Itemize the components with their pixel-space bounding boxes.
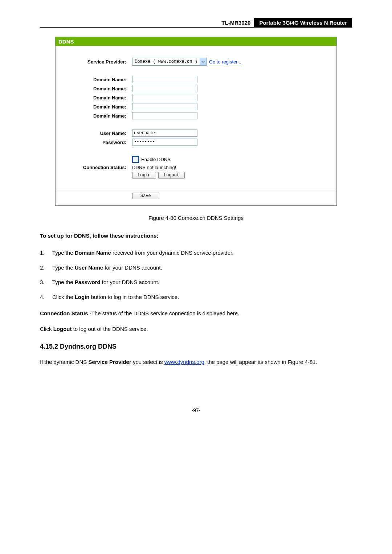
domain-name-input-5[interactable]: [132, 112, 197, 119]
section-heading: 4.15.2 Dyndns.org DDNS: [40, 343, 352, 350]
enable-ddns-label: Enable DDNS: [141, 157, 171, 162]
enable-ddns-checkbox[interactable]: [132, 156, 139, 163]
label-service-provider: Service Provider:: [56, 59, 132, 65]
list-item: 3. Type the Password for your DDNS accou…: [40, 278, 352, 287]
list-item: 4. Click the Login button to log in to t…: [40, 293, 352, 301]
domain-name-input-3[interactable]: [132, 94, 197, 101]
save-button[interactable]: Save: [132, 193, 159, 199]
list-item: 1. Type the Domain Name received from yo…: [40, 249, 352, 257]
instructions-heading: To set up for DDNS, follow these instruc…: [40, 233, 352, 239]
service-provider-select[interactable]: Comexe ( www.comexe.cn ): [132, 58, 207, 66]
logout-button[interactable]: Logout: [158, 172, 185, 178]
logout-description: Click Logout to log out of the DDNS serv…: [40, 324, 352, 335]
label-connection-status: Connection Status:: [56, 165, 132, 170]
label-domain-name-4: Domain Name:: [56, 104, 132, 110]
label-domain-name-1: Domain Name:: [56, 77, 132, 82]
label-domain-name-3: Domain Name:: [56, 95, 132, 100]
list-item: 2. Type the User Name for your DDNS acco…: [40, 264, 352, 272]
label-domain-name-5: Domain Name:: [56, 113, 132, 119]
label-password: Password:: [56, 140, 132, 145]
panel-title: DDNS: [56, 37, 336, 46]
connection-status-value: DDNS not launching!: [132, 165, 176, 170]
password-input[interactable]: [132, 139, 197, 146]
model-label: TL-MR3020: [218, 18, 254, 27]
page-header: TL-MR3020 Portable 3G/4G Wireless N Rout…: [40, 18, 352, 28]
login-button[interactable]: Login: [132, 172, 156, 178]
label-domain-name-2: Domain Name:: [56, 86, 132, 91]
username-input[interactable]: [132, 130, 197, 137]
label-user-name: User Name:: [56, 131, 132, 136]
router-screenshot: DDNS Service Provider: Comexe ( www.come…: [55, 37, 337, 206]
dyndns-link[interactable]: www.dyndns.org: [164, 359, 204, 365]
product-label: Portable 3G/4G Wireless N Router: [254, 18, 352, 27]
section-paragraph: If the dynamic DNS Service Provider you …: [40, 357, 352, 368]
connection-status-description: Connection Status -The status of the DDN…: [40, 308, 352, 319]
instructions-list: 1. Type the Domain Name received from yo…: [40, 249, 352, 301]
page-number: -97-: [40, 407, 352, 413]
service-provider-value: Comexe ( www.comexe.cn ): [132, 59, 200, 64]
figure-caption: Figure 4-80 Comexe.cn DDNS Settings: [40, 215, 352, 221]
domain-name-input-4[interactable]: [132, 103, 197, 110]
go-to-register-link[interactable]: Go to register...: [209, 59, 241, 65]
domain-name-input-1[interactable]: [132, 76, 197, 83]
chevron-down-icon: [200, 58, 207, 65]
domain-name-input-2[interactable]: [132, 85, 197, 92]
